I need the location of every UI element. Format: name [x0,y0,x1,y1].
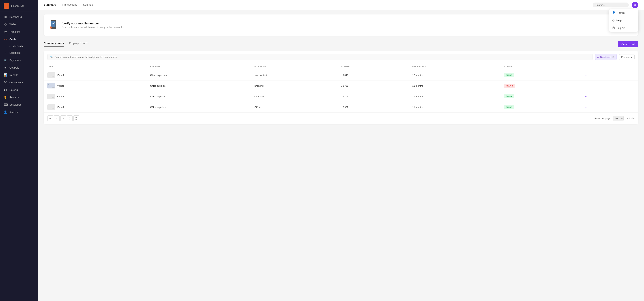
sidebar-item-label: Payments [10,59,20,62]
col-status: STATUS [500,63,580,70]
page-info: 1 - 4 of 4 [626,117,634,120]
reports-icon: 📊 [4,73,7,77]
cell-expires: 11 months [409,91,500,102]
first-page-button[interactable]: ⟨⟨ [47,115,53,121]
card-thumbnail [47,104,55,110]
next-page-button[interactable]: ⟩ [67,115,73,121]
dropdown-item-label: Log out [617,27,625,30]
rows-per-page-label: Rows per page: [594,117,611,120]
table-row: VirtualClient expensesInactive test... 6… [44,70,638,81]
header-tab-transactions[interactable]: Transactions [62,0,77,10]
col-nickname: NICKNAME [251,63,337,70]
cards-table: TYPEPURPOSENICKNAMENUMBEREXPIRES IN ↓STA… [44,63,638,112]
verify-text: Verify your mobile number Your mobile nu… [62,22,607,29]
rows-per-page: Rows per page: 20 50 100 1 - 4 of 4 [594,116,634,121]
cell-type: Virtual [44,102,146,113]
row-more-button[interactable]: ⋯ [584,94,590,99]
sidebar-item-label: Cards [10,38,16,41]
sidebar-item-label: Developer [10,103,21,106]
sidebar-item-label: Account [10,111,18,114]
sidebar-item-referral[interactable]: ⋈Referral [0,86,38,94]
col-actions [580,63,638,70]
sidebar-item-payments[interactable]: 🛒Payments [0,57,38,64]
page-1-button[interactable]: 1 [60,115,66,121]
sidebar-item-connections[interactable]: ⌘Connections [0,79,38,86]
main-content: SummaryTransactionsSettings U 👤Profile◎H… [38,0,644,301]
pagination: ⟨⟨ ⟨ 1 ⟩ ⟩⟩ Rows per page: 20 50 100 1 -… [44,112,638,124]
status-filter-badge[interactable]: ▭ 3 statuses ✕ [595,54,616,60]
sidebar-item-label: Rewards [10,96,19,99]
sidebar-item-expenses[interactable]: ≡Expenses [0,49,38,57]
sidebar-item-label: Dashboard [10,16,22,19]
filter-badge-icon: ▭ [597,56,599,58]
cell-status: Frozen [500,81,580,91]
payments-icon: 🛒 [4,59,7,62]
cards-header: Company cardsEmployee cards Create card [44,41,638,47]
cards-tab-company[interactable]: Company cards [44,42,64,47]
sidebar-item-my-cards[interactable]: My Cards [0,43,38,49]
sidebar-item-label: Referral [10,89,18,91]
last-page-button[interactable]: ⟩⟩ [73,115,79,121]
sidebar-item-rewards[interactable]: 🏆Rewards [0,94,38,101]
status-badge: In use [504,94,514,98]
avatar-button[interactable]: U [632,2,638,8]
rows-per-page-select[interactable]: 20 50 100 [613,116,624,121]
dropdown-item-help[interactable]: ◎Help [609,17,638,24]
card-cell: Virtual [47,94,143,99]
content-area: Verify your mobile number Your mobile nu… [38,10,644,301]
header-tabs: SummaryTransactionsSettings [44,0,93,10]
header: SummaryTransactionsSettings U [38,0,644,10]
prev-page-button[interactable]: ⟨ [54,115,60,121]
sidebar-item-wallet[interactable]: ◎Wallet [0,21,38,28]
header-tab-summary[interactable]: Summary [44,0,56,10]
verify-title: Verify your mobile number [62,22,607,25]
sidebar-item-get-paid[interactable]: ◈Get Paid [0,64,38,71]
sub-dot-icon [10,46,10,47]
status-badge: In use [504,105,514,109]
dropdown-item-profile[interactable]: 👤Profile [609,9,638,17]
sidebar-item-transfers[interactable]: ⇄Transfers [0,28,38,36]
rewards-icon: 🏆 [4,96,7,99]
cell-number: ... 9987 [337,102,409,113]
dropdown-item-logout[interactable]: ⏻Log out [609,24,638,32]
card-cell: Virtual [47,104,143,110]
create-card-button[interactable]: Create card [618,41,638,47]
cell-status: In use [500,70,580,81]
sidebar-item-reports[interactable]: 📊Reports [0,71,38,79]
page-controls: ⟨⟨ ⟨ 1 ⟩ ⟩⟩ [47,115,79,121]
sidebar-nav: ⊞Dashboard◎Wallet⇄Transfers▭CardsMy Card… [0,12,38,301]
card-search-input[interactable] [54,56,590,59]
purpose-filter[interactable]: Purpose ▾ [619,54,634,60]
sidebar-item-developer[interactable]: ⌨Developer [0,101,38,108]
status-filter-clear[interactable]: ✕ [612,56,614,59]
cell-nickname: Chat test [251,91,337,102]
cell-nickname: Inactive test [251,70,337,81]
verify-subtitle: Your mobile number will be used to verif… [62,26,607,29]
sidebar-item-label: Get Paid [10,66,19,69]
cards-tab-employee[interactable]: Employee cards [69,42,89,47]
table-filters: 🔍 ▭ 3 statuses ✕ Purpose ▾ [44,51,638,63]
sidebar-item-dashboard[interactable]: ⊞Dashboard [0,13,38,21]
card-cell: Virtual [47,83,143,89]
get-paid-icon: ◈ [4,66,7,69]
table-row: VirtualOffice supplieshhghghg... 976111 … [44,81,638,91]
transfers-icon: ⇄ [4,30,7,34]
cell-actions: ⋯ [580,102,638,113]
col-type: TYPE [44,63,146,70]
header-right: U [593,2,638,8]
sidebar-item-cards[interactable]: ▭Cards [0,36,38,43]
table-row: VirtualOffice suppliesOffice... 998711 m… [44,102,638,113]
cell-purpose: Office supplies [146,102,251,113]
search-icon: 🔍 [50,56,53,59]
cell-type: Virtual [44,70,146,81]
row-more-button[interactable]: ⋯ [584,72,590,78]
header-tab-settings[interactable]: Settings [83,0,93,10]
cell-purpose: Client expenses [146,70,251,81]
status-filter-label: 3 statuses [600,56,611,59]
phone-icon [49,19,59,32]
sidebar-item-label: Connections [10,81,24,84]
header-search-input[interactable] [593,3,629,8]
sidebar-item-account[interactable]: 👤Account [0,108,38,116]
row-more-button[interactable]: ⋯ [584,83,590,89]
row-more-button[interactable]: ⋯ [584,104,590,110]
